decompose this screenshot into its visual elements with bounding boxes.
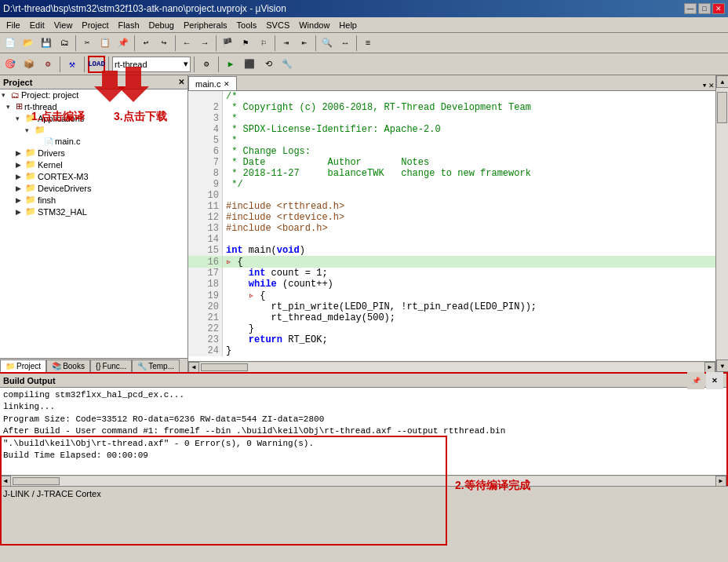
panel-tab-project[interactable]: 📁 Project [0, 359, 46, 372]
vscroll-thumb[interactable] [717, 92, 727, 123]
editor-vscroll: ▲ ▼ [715, 75, 728, 372]
build-pin-button[interactable]: 📌 [687, 372, 704, 389]
editor-hscroll-thumb[interactable] [201, 363, 248, 371]
tree-label-finsh: finsh [38, 195, 56, 205]
close-button[interactable]: ✕ [712, 3, 725, 14]
build-hscroll-left[interactable]: ◀ [0, 476, 11, 487]
folder-stm32hal-icon: 📁 [25, 206, 36, 217]
load-button[interactable]: LOAD [88, 56, 105, 73]
code-line-12: 12 #include <rtdevice.h> [188, 212, 715, 223]
editor-hscroll-track[interactable] [199, 363, 704, 372]
replace-button[interactable]: ↔ [337, 35, 354, 52]
debug-start-button[interactable]: ▶ [222, 56, 239, 73]
build-hscroll-thumb[interactable] [13, 477, 60, 485]
panel-tab-func[interactable]: {} Func... [90, 359, 132, 372]
expand-stm32hal-icon: ▶ [16, 208, 24, 216]
project-panel-close[interactable]: ✕ [178, 78, 184, 86]
select-device-button[interactable]: 📦 [20, 56, 38, 73]
tree-node-devicedrivers[interactable]: ▶ 📁 DeviceDrivers [0, 182, 187, 194]
menu-debug[interactable]: Debug [144, 19, 179, 31]
panel-tab-books[interactable]: 📚 Books [46, 359, 90, 372]
bookmark-button[interactable]: 🏴 [219, 35, 236, 52]
tree-node-project[interactable]: ▾ 🗂 Project: project [0, 89, 187, 100]
menu-help[interactable]: Help [334, 19, 362, 31]
code-line-23: 23 return RT_EOK; [188, 334, 715, 345]
nav-back-button[interactable]: ← [178, 35, 195, 52]
menu-view[interactable]: View [49, 19, 78, 31]
new-button[interactable]: 📄 [2, 35, 19, 52]
paste-button[interactable]: 📌 [115, 35, 132, 52]
cut-button[interactable]: ✂ [78, 35, 96, 52]
menu-peripherals[interactable]: Peripherals [179, 19, 232, 31]
tree-node-stm32hal[interactable]: ▶ 📁 STM32_HAL [0, 206, 187, 217]
tree-node-cortex[interactable]: ▶ 📁 CORTEX-M3 [0, 170, 187, 182]
tree-node-subfolder[interactable]: ▾ 📁 [0, 124, 187, 136]
expand-cortex-icon: ▶ [16, 173, 24, 181]
editor-tab-bar: main.c ✕ ▾ ✕ [188, 75, 715, 91]
code-line-9: 9 */ [188, 179, 715, 190]
bookmark-prev-button[interactable]: ⚐ [255, 35, 272, 52]
options-button[interactable]: ⚙ [198, 56, 215, 73]
tab-close-all-button[interactable]: ✕ [708, 80, 714, 90]
code-text-17: int count = 1; [222, 268, 715, 279]
project-target-button[interactable]: 🎯 [2, 56, 19, 73]
bookmark-next-button[interactable]: ⚑ [237, 35, 254, 52]
menu-tools[interactable]: Tools [232, 19, 262, 31]
build-hscroll-right[interactable]: ▶ [715, 476, 726, 487]
editor-hscroll-left[interactable]: ◀ [188, 362, 199, 373]
menu-file[interactable]: File [2, 19, 25, 31]
maximize-button[interactable]: □ [698, 3, 711, 14]
menu-svcs[interactable]: SVCS [261, 19, 294, 31]
code-line-19: 19 ▹ { [188, 290, 715, 301]
tree-node-finsh[interactable]: ▶ 📁 finsh [0, 194, 187, 206]
code-line-6: 6 * Change Logs: [188, 146, 715, 157]
tree-node-drivers[interactable]: ▶ 📁 Drivers [0, 147, 187, 159]
vscroll-track[interactable] [716, 88, 728, 359]
redo-button[interactable]: ↪ [155, 35, 173, 52]
indent-button[interactable]: ⇥ [278, 35, 295, 52]
copy-button[interactable]: 📋 [96, 35, 114, 52]
menu-window[interactable]: Window [294, 19, 334, 31]
code-line-11: 11 #include <rtthread.h> [188, 201, 715, 212]
menu-project[interactable]: Project [77, 19, 113, 31]
unindent-button[interactable]: ⇤ [296, 35, 313, 52]
target-combo[interactable]: rt-thread ▾ [112, 57, 191, 72]
tab-main-c-close[interactable]: ✕ [224, 80, 230, 88]
open-button[interactable]: 📂 [20, 35, 37, 52]
tree-node-rt-thread[interactable]: ▾ ⊞ rt-thread [0, 100, 187, 112]
save-all-button[interactable]: 🗂 [56, 35, 73, 52]
main-window: D:\rt-thread\bsp\stm32\stm32f103-atk-nan… [0, 0, 728, 500]
minimize-button[interactable]: — [684, 3, 697, 14]
code-text-7: * Date Author Notes [222, 157, 715, 168]
manage-project-button[interactable]: ⚙ [39, 56, 56, 73]
search-button[interactable]: 🔍 [318, 35, 336, 52]
code-line-3: 3 * [188, 113, 715, 124]
debug-stop-button[interactable]: ⬛ [241, 56, 258, 73]
panel-tab-temp[interactable]: 🔧 Temp... [132, 359, 180, 372]
panel-tab-temp-label: Temp... [148, 362, 174, 370]
code-text-12: #include <rtdevice.h> [222, 212, 715, 223]
code-text-1: /* [222, 91, 715, 102]
debug-reset-button[interactable]: ⟲ [260, 56, 277, 73]
more-button[interactable]: ≡ [359, 35, 377, 52]
panel-temp-icon: 🔧 [137, 362, 147, 370]
tab-menu-button[interactable]: ▾ [702, 80, 708, 90]
editor-hscroll-right[interactable]: ▶ [704, 362, 715, 373]
debug-settings-button[interactable]: 🔧 [278, 56, 296, 73]
tree-node-main-c[interactable]: 📄 main.c [0, 136, 187, 147]
menu-edit[interactable]: Edit [25, 19, 49, 31]
code-line-8: 8 * 2018-11-27 balanceTWK change to new … [188, 168, 715, 179]
menu-flash[interactable]: Flash [114, 19, 144, 31]
code-editor[interactable]: /* 2 * Copyright (c) 2006-2018, RT-Threa… [188, 91, 715, 361]
tab-main-c[interactable]: main.c ✕ [188, 76, 237, 90]
save-button[interactable]: 💾 [38, 35, 55, 52]
vscroll-down-button[interactable]: ▼ [716, 359, 728, 372]
tree-node-applications[interactable]: ▾ 📁 Applications [0, 112, 187, 124]
compile-button[interactable]: ⚒ [64, 56, 81, 73]
undo-button[interactable]: ↩ [137, 35, 155, 52]
nav-fwd-button[interactable]: → [196, 35, 213, 52]
tree-node-kernel[interactable]: ▶ 📁 Kernel [0, 159, 187, 170]
build-close-button[interactable]: ✕ [706, 372, 723, 389]
build-hscroll-track[interactable] [11, 476, 715, 486]
vscroll-up-button[interactable]: ▲ [716, 75, 728, 88]
